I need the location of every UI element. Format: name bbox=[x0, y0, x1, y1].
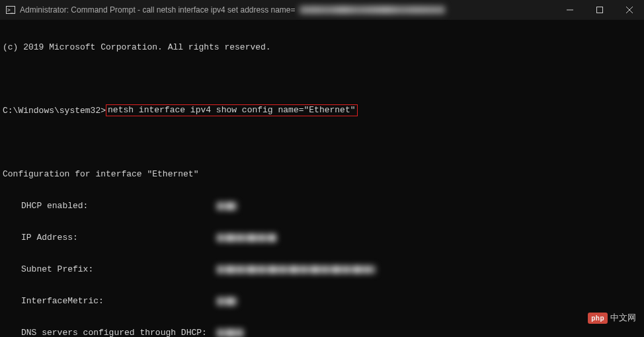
censored-title-args bbox=[300, 6, 445, 14]
close-button[interactable] bbox=[614, 0, 644, 20]
window-title: Administrator: Command Prompt - call net… bbox=[20, 5, 296, 15]
command-showconfig-1: netsh interface ipv4 show config name="E… bbox=[106, 104, 357, 116]
maximize-button[interactable] bbox=[584, 0, 614, 20]
watermark-text: 中文网 bbox=[610, 312, 636, 324]
minimize-button[interactable] bbox=[555, 0, 584, 20]
watermark-badge: php bbox=[588, 313, 608, 324]
terminal-output[interactable]: (c) 2019 Microsoft Corporation. All righ… bbox=[0, 20, 644, 337]
censored-value bbox=[217, 234, 276, 242]
cfg-dns-1: DNS servers configured through DHCP: bbox=[3, 328, 641, 337]
censored-value bbox=[217, 266, 376, 274]
copyright-line: (c) 2019 Microsoft Corporation. All righ… bbox=[3, 42, 641, 53]
prompt-line-1: C:\Windows\system32>netsh interface ipv4… bbox=[3, 106, 641, 116]
config-header-1: Configuration for interface "Ethernet" bbox=[3, 169, 641, 180]
titlebar: >_ Administrator: Command Prompt - call … bbox=[0, 0, 644, 20]
cfg-subnet-1: Subnet Prefix: bbox=[3, 264, 641, 275]
cfg-ip-1: IP Address: bbox=[3, 233, 641, 243]
window-controls bbox=[555, 0, 644, 20]
censored-value bbox=[217, 297, 237, 305]
cfg-metric-1: InterfaceMetric: bbox=[3, 296, 641, 307]
watermark: php 中文网 bbox=[588, 312, 636, 324]
prompt: C:\Windows\system32> bbox=[3, 106, 106, 116]
svg-text:>_: >_ bbox=[7, 7, 14, 13]
cfg-dhcp-1: DHCP enabled: bbox=[3, 201, 641, 211]
censored-value bbox=[217, 202, 237, 210]
censored-value bbox=[217, 329, 243, 337]
svg-rect-3 bbox=[596, 7, 602, 13]
cmd-icon: >_ bbox=[5, 5, 16, 15]
